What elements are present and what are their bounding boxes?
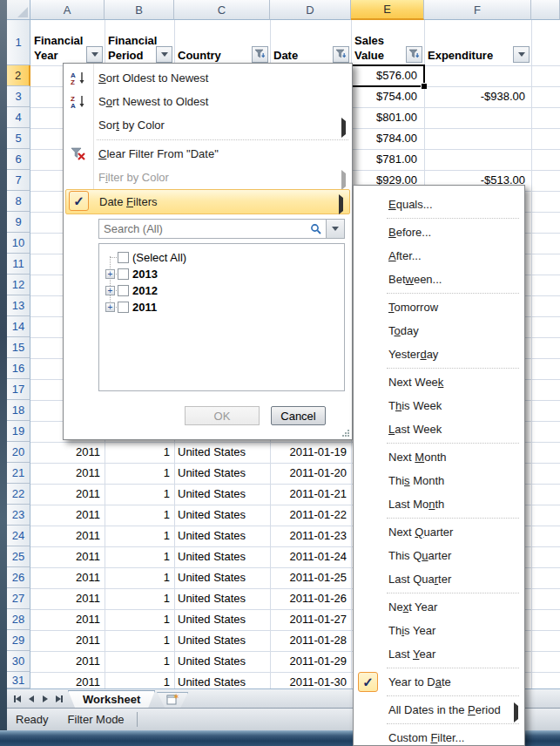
submenu-item-today[interactable]: Today [354,319,524,342]
row-header-26[interactable]: 26 [7,567,30,588]
cell-b26[interactable]: 1 [105,567,170,588]
cell-c26[interactable]: United States [178,567,246,588]
checkbox-select-all[interactable] [118,252,129,263]
row-header-16[interactable]: 16 [7,358,30,379]
submenu-item-this-quarter[interactable]: This Quarter [354,544,524,567]
cancel-button[interactable]: Cancel [271,406,326,425]
cell-a29[interactable]: 2011 [30,630,100,651]
submenu-item-this-month[interactable]: This Month [354,469,524,492]
cell-c22[interactable]: United States [178,484,246,505]
row-header-27[interactable]: 27 [7,588,30,609]
row-header-28[interactable]: 28 [7,609,30,630]
column-header-d[interactable]: D [270,0,351,20]
row-header-7[interactable]: 7 [7,170,30,191]
cell-b27[interactable]: 1 [105,588,170,609]
row-header-23[interactable]: 23 [7,505,30,526]
row-header-3[interactable]: 3 [7,86,30,107]
row-header-6[interactable]: 6 [7,149,30,170]
row-header-21[interactable]: 21 [7,463,30,484]
cell-c30[interactable]: United States [178,651,246,672]
submenu-item-next-year[interactable]: Next Year [354,595,524,619]
menu-item-date-filters[interactable]: ✓Date Filters [65,189,350,214]
menu-item-filter-by-color[interactable]: Filter by Color [64,166,352,189]
cell-b22[interactable]: 1 [105,484,170,505]
cell-d29[interactable]: 2011-01-28 [270,630,347,651]
checkbox-2011[interactable] [118,302,129,313]
row-header-29[interactable]: 29 [7,630,30,651]
cell-c20[interactable]: United States [178,442,246,463]
cell-d22[interactable]: 2011-01-21 [270,484,347,505]
sheet-tab-worksheet[interactable]: Worksheet [68,690,155,708]
cell-e5[interactable]: $784.00 [351,128,417,149]
checkbox-2012[interactable] [118,285,129,296]
row-header-5[interactable]: 5 [7,128,30,149]
column-header-a[interactable]: A [30,0,105,20]
cell-d21[interactable]: 2011-01-20 [270,463,347,484]
submenu-item-last-week[interactable]: Last Week [354,417,524,441]
row-header-2[interactable]: 2 [7,65,30,86]
cell-a30[interactable]: 2011 [30,651,100,672]
cell-d30[interactable]: 2011-01-29 [270,651,347,672]
row-header-18[interactable]: 18 [7,400,30,421]
cell-c29[interactable]: United States [178,630,246,651]
cell-d23[interactable]: 2011-01-22 [270,505,347,526]
cell-a25[interactable]: 2011 [30,546,100,567]
row-header-1[interactable]: 1 [7,20,30,65]
expand-plus-icon[interactable]: + [105,302,115,312]
column-header-b[interactable]: B [105,0,174,20]
menu-item-sort-newest-to-oldest[interactable]: ZASort Newest to Oldest [64,90,352,113]
cell-a22[interactable]: 2011 [30,484,100,505]
row-header-8[interactable]: 8 [7,191,30,212]
select-all-corner[interactable] [7,0,30,20]
row-header-19[interactable]: 19 [7,421,30,442]
cell-a20[interactable]: 2011 [30,442,100,463]
search-dropdown-button[interactable] [326,219,345,239]
row-header-25[interactable]: 25 [7,546,30,567]
filter-button-e[interactable] [406,46,422,63]
cell-b21[interactable]: 1 [105,463,170,484]
previous-sheet-button[interactable] [24,691,37,707]
cell-c27[interactable]: United States [178,588,246,609]
expand-plus-icon[interactable]: + [105,286,115,295]
submenu-item-last-quarter[interactable]: Last Quarter [354,567,524,591]
filter-button-a[interactable] [86,46,103,63]
cell-d20[interactable]: 2011-01-19 [270,442,347,463]
column-header-c[interactable]: C [174,0,270,20]
cell-a26[interactable]: 2011 [30,567,100,588]
ok-button[interactable]: OK [185,406,260,425]
menu-item-sort-by-color[interactable]: Sort by Color [64,113,352,137]
cell-e6[interactable]: $781.00 [351,149,417,170]
row-header-15[interactable]: 15 [7,337,30,358]
row-header-31[interactable]: 31 [7,672,30,688]
cell-e3[interactable]: $754.00 [351,86,417,107]
submenu-item-next-week[interactable]: Next Week [354,370,524,394]
menu-resize-grip[interactable] [341,429,350,437]
row-header-10[interactable]: 10 [7,233,30,254]
filter-button-c[interactable] [252,46,268,63]
row-header-17[interactable]: 17 [7,379,30,400]
row-header-4[interactable]: 4 [7,107,30,128]
row-header-11[interactable]: 11 [7,254,30,275]
cell-a27[interactable]: 2011 [30,588,100,609]
cell-b23[interactable]: 1 [105,505,170,526]
menu-item-clear-filter-from-date[interactable]: Clear Filter From "Date" [64,142,352,166]
cell-d24[interactable]: 2011-01-23 [270,526,347,546]
fill-handle[interactable] [421,83,427,89]
cell-e4[interactable]: $801.00 [351,107,417,128]
column-header[interactable] [531,0,560,20]
row-header-30[interactable]: 30 [7,651,30,672]
row-header-13[interactable]: 13 [7,295,30,316]
row-header-24[interactable]: 24 [7,526,30,546]
submenu-item-before[interactable]: Before... [354,220,524,244]
last-sheet-button[interactable] [52,691,65,707]
tree-item-2013[interactable]: +2013 [99,266,344,282]
cell-b25[interactable]: 1 [105,546,170,567]
cell-c23[interactable]: United States [178,505,246,526]
cell-c28[interactable]: United States [178,609,246,630]
checkbox-2013[interactable] [118,268,129,280]
submenu-item-equals[interactable]: Equals... [354,193,524,216]
cell-a28[interactable]: 2011 [30,609,100,630]
submenu-item-year-to-date[interactable]: ✓Year to Date [354,670,524,694]
submenu-item-this-year[interactable]: This Year [354,619,524,642]
submenu-item-yesterday[interactable]: Yesterday [354,342,524,366]
